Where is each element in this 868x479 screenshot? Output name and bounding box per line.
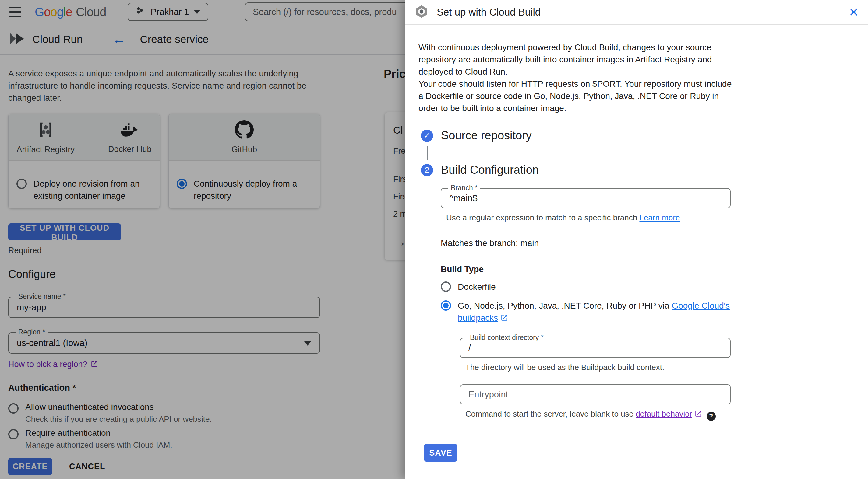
step-source-repository: ✓ Source repository	[421, 129, 855, 142]
panel-intro-2: Your code should listen for HTTP request…	[418, 78, 737, 114]
cloud-build-icon	[414, 4, 429, 20]
default-behavior-link[interactable]: default behavior	[636, 409, 692, 418]
build-context-directory-field: Build context directory *	[460, 338, 731, 358]
option-label-prefix: Go, Node.js, Python, Java, .NET Core, Ru…	[458, 301, 672, 310]
step-connector-line	[427, 146, 428, 160]
close-icon[interactable]: ✕	[848, 6, 859, 18]
branch-input[interactable]	[441, 189, 730, 208]
panel-title: Set up with Cloud Build	[437, 6, 848, 18]
entrypoint-field	[460, 384, 731, 405]
entrypoint-helper-text: Command to start the server, leave blank…	[465, 409, 636, 418]
step-check-icon: ✓	[421, 130, 433, 142]
build-configuration-form: Branch * Use a regular expression to mat…	[441, 188, 731, 421]
build-type-label: Build Type	[441, 265, 731, 274]
option-label: Go, Node.js, Python, Java, .NET Core, Ru…	[458, 300, 731, 325]
branch-helper: Use a regular expression to match to a s…	[446, 213, 731, 223]
build-context-directory-label: Build context directory *	[467, 334, 547, 342]
branch-helper-text: Use a regular expression to match to a s…	[446, 213, 639, 222]
radio-unchecked-icon[interactable]	[441, 281, 451, 292]
save-button[interactable]: SAVE	[424, 444, 458, 461]
build-type-buildpacks-option[interactable]: Go, Node.js, Python, Java, .NET Core, Ru…	[441, 300, 731, 325]
panel-header: Set up with Cloud Build ✕	[405, 0, 868, 25]
option-label: Dockerfile	[458, 281, 496, 293]
entrypoint-input[interactable]	[461, 385, 730, 404]
branch-field: Branch *	[441, 188, 731, 208]
step-title: Build Configuration	[441, 163, 539, 176]
matches-branch-text: Matches the branch: main	[441, 238, 731, 248]
cloud-build-panel: Set up with Cloud Build ✕ With continuou…	[405, 0, 868, 479]
external-link-icon	[694, 410, 702, 420]
radio-checked-icon[interactable]	[441, 300, 451, 311]
panel-intro-1: With continuous deployment powered by Cl…	[418, 41, 737, 78]
step-build-configuration: 2 Build Configuration	[421, 163, 855, 176]
build-type-dockerfile-option[interactable]: Dockerfile	[441, 281, 731, 293]
step-number: 2	[421, 164, 433, 176]
learn-more-link[interactable]: Learn more	[639, 213, 680, 222]
branch-label: Branch *	[448, 184, 480, 192]
step-title: Source repository	[441, 129, 532, 142]
help-icon[interactable]: ?	[707, 412, 716, 421]
entrypoint-helper: Command to start the server, leave blank…	[465, 409, 731, 421]
build-context-helper: The directory will be used as the Buildp…	[465, 363, 731, 372]
panel-body: With continuous deployment powered by Cl…	[405, 25, 868, 461]
external-link-icon	[500, 313, 508, 325]
